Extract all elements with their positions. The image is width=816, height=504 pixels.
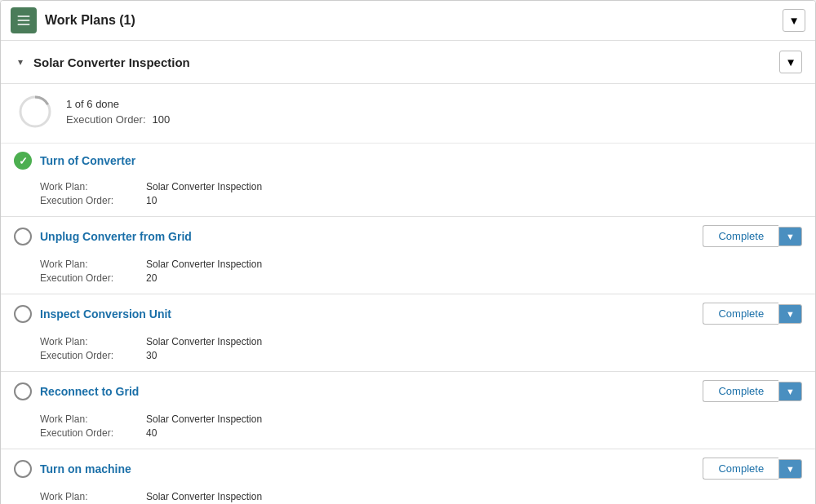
execution-label: Execution Order: — [66, 113, 146, 126]
task-left-turn-on-machine: Turn on machine — [14, 460, 131, 478]
list-icon — [16, 12, 32, 29]
work-plan-label-reconnect-to-grid: Work Plan: — [40, 413, 146, 425]
task-header-turn-on-machine: Turn on machineComplete▼ — [1, 449, 815, 488]
task-actions-inspect-conversion: Complete▼ — [703, 303, 802, 325]
task-title-turn-on-machine[interactable]: Turn on machine — [40, 462, 131, 475]
complete-button-unplug-converter[interactable]: Complete — [703, 225, 778, 247]
task-details-unplug-converter: Work Plan:Solar Converter InspectionExec… — [1, 255, 815, 294]
section-dropdown-button[interactable]: ▼ — [779, 51, 802, 73]
task-section-turn-of-converter: ✓Turn of ConverterWork Plan:Solar Conver… — [1, 144, 815, 217]
complete-dropdown-button-reconnect-to-grid[interactable]: ▼ — [778, 382, 802, 401]
task-section-reconnect-to-grid: Reconnect to GridComplete▼Work Plan:Sola… — [1, 372, 815, 449]
task-details-turn-of-converter: Work Plan:Solar Converter InspectionExec… — [1, 178, 815, 216]
work-plan-value-unplug-converter: Solar Converter Inspection — [146, 259, 262, 270]
work-plans-icon — [11, 7, 37, 33]
task-actions-unplug-converter: Complete▼ — [703, 225, 802, 247]
work-plan-label-unplug-converter: Work Plan: — [40, 259, 146, 270]
complete-button-inspect-conversion[interactable]: Complete — [703, 303, 778, 325]
exec-label-turn-of-converter: Execution Order: — [40, 195, 146, 206]
progress-info: 1 of 6 done Execution Order: 100 — [66, 98, 170, 126]
section-title: Solar Converter Inspection — [33, 55, 190, 69]
task-status-circle-turn-on-machine — [14, 460, 32, 478]
task-details-reconnect-to-grid: Work Plan:Solar Converter InspectionExec… — [1, 410, 815, 449]
task-header-turn-of-converter: ✓Turn of Converter — [1, 144, 815, 178]
task-status-circle-reconnect-to-grid — [14, 382, 32, 400]
task-details-turn-on-machine: Work Plan:Solar Converter InspectionExec… — [1, 488, 815, 504]
header: Work Plans (1) ▼ — [1, 1, 815, 41]
task-status-circle-turn-of-converter: ✓ — [14, 152, 32, 170]
progress-area: 1 of 6 done Execution Order: 100 — [1, 84, 815, 144]
execution-order-row-inspect-conversion: Execution Order:30 — [40, 350, 802, 361]
section-title-row: ▾ Solar Converter Inspection — [14, 55, 190, 69]
complete-button-reconnect-to-grid[interactable]: Complete — [703, 380, 778, 402]
execution-order-row: Execution Order: 100 — [66, 113, 170, 126]
task-header-unplug-converter: Unplug Converter from GridComplete▼ — [1, 217, 815, 255]
execution-order-row-unplug-converter: Execution Order:20 — [40, 272, 802, 284]
task-status-circle-inspect-conversion — [14, 305, 32, 323]
header-left: Work Plans (1) — [11, 7, 135, 33]
svg-rect-1 — [18, 20, 30, 21]
task-actions-reconnect-to-grid: Complete▼ — [703, 380, 802, 402]
work-plan-row-turn-of-converter: Work Plan:Solar Converter Inspection — [40, 181, 802, 192]
exec-value-inspect-conversion: 30 — [146, 350, 157, 361]
exec-label-unplug-converter: Execution Order: — [40, 272, 146, 284]
task-actions-turn-on-machine: Complete▼ — [703, 458, 802, 480]
work-plans-container: Work Plans (1) ▼ ▾ Solar Converter Inspe… — [0, 0, 816, 504]
task-left-reconnect-to-grid: Reconnect to Grid — [14, 382, 139, 400]
complete-dropdown-button-unplug-converter[interactable]: ▼ — [778, 227, 802, 246]
progress-circle — [17, 94, 53, 130]
work-plan-label-turn-on-machine: Work Plan: — [40, 491, 146, 502]
work-plan-row-inspect-conversion: Work Plan:Solar Converter Inspection — [40, 336, 802, 347]
work-plan-value-turn-of-converter: Solar Converter Inspection — [146, 181, 262, 192]
execution-value: 100 — [153, 113, 171, 126]
task-section-turn-on-machine: Turn on machineComplete▼Work Plan:Solar … — [1, 449, 815, 504]
svg-rect-2 — [18, 24, 30, 25]
section-chevron-icon[interactable]: ▾ — [14, 55, 27, 69]
work-plan-row-reconnect-to-grid: Work Plan:Solar Converter Inspection — [40, 413, 802, 425]
complete-dropdown-button-turn-on-machine[interactable]: ▼ — [778, 459, 802, 479]
header-chevron-icon: ▼ — [788, 15, 799, 27]
exec-value-reconnect-to-grid: 40 — [146, 427, 157, 439]
task-title-unplug-converter[interactable]: Unplug Converter from Grid — [40, 230, 192, 243]
task-header-inspect-conversion: Inspect Conversion UnitComplete▼ — [1, 294, 815, 333]
work-plan-value-reconnect-to-grid: Solar Converter Inspection — [146, 413, 262, 425]
work-plan-value-inspect-conversion: Solar Converter Inspection — [146, 336, 262, 347]
work-plan-value-turn-on-machine: Solar Converter Inspection — [146, 491, 262, 502]
task-title-turn-of-converter[interactable]: Turn of Converter — [40, 154, 135, 167]
work-plan-label-inspect-conversion: Work Plan: — [40, 336, 146, 347]
work-plan-row-unplug-converter: Work Plan:Solar Converter Inspection — [40, 259, 802, 270]
complete-dropdown-button-inspect-conversion[interactable]: ▼ — [778, 304, 802, 324]
task-left-unplug-converter: Unplug Converter from Grid — [14, 228, 192, 245]
header-title: Work Plans (1) — [45, 13, 135, 28]
task-status-circle-unplug-converter — [14, 228, 32, 245]
task-details-inspect-conversion: Work Plan:Solar Converter InspectionExec… — [1, 333, 815, 371]
task-section-unplug-converter: Unplug Converter from GridComplete▼Work … — [1, 217, 815, 294]
execution-order-row-reconnect-to-grid: Execution Order:40 — [40, 427, 802, 439]
exec-value-unplug-converter: 20 — [146, 272, 157, 284]
execution-order-row-turn-of-converter: Execution Order:10 — [40, 195, 802, 206]
tasks-list: ✓Turn of ConverterWork Plan:Solar Conver… — [1, 144, 815, 504]
task-section-inspect-conversion: Inspect Conversion UnitComplete▼Work Pla… — [1, 294, 815, 372]
progress-text: 1 of 6 done — [66, 98, 170, 110]
complete-button-turn-on-machine[interactable]: Complete — [703, 458, 778, 480]
task-title-inspect-conversion[interactable]: Inspect Conversion Unit — [40, 307, 171, 321]
work-plan-row-turn-on-machine: Work Plan:Solar Converter Inspection — [40, 491, 802, 502]
exec-label-reconnect-to-grid: Execution Order: — [40, 427, 146, 439]
section-chevron-down-icon: ▼ — [785, 56, 796, 69]
exec-value-turn-of-converter: 10 — [146, 195, 157, 206]
exec-label-inspect-conversion: Execution Order: — [40, 350, 146, 361]
task-title-reconnect-to-grid[interactable]: Reconnect to Grid — [40, 385, 139, 398]
task-left-inspect-conversion: Inspect Conversion Unit — [14, 305, 171, 323]
svg-rect-0 — [18, 15, 30, 17]
section-header: ▾ Solar Converter Inspection ▼ — [1, 41, 815, 84]
task-left-turn-of-converter: ✓Turn of Converter — [14, 152, 135, 170]
task-header-reconnect-to-grid: Reconnect to GridComplete▼ — [1, 372, 815, 410]
work-plan-label-turn-of-converter: Work Plan: — [40, 181, 146, 192]
header-dropdown-button[interactable]: ▼ — [783, 9, 805, 32]
